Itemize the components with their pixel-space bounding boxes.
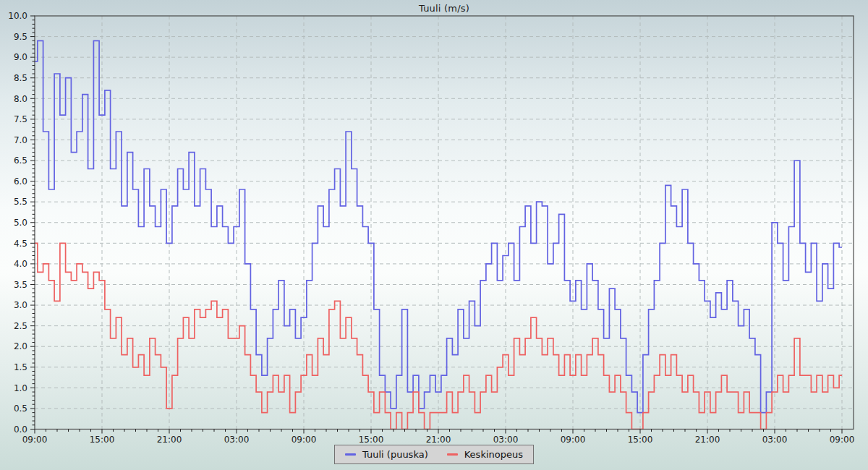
svg-text:3.5: 3.5 xyxy=(14,280,27,290)
svg-text:5.0: 5.0 xyxy=(14,218,27,228)
legend-item-gust: Tuuli (puuska) xyxy=(345,449,428,460)
legend-swatch-average-icon xyxy=(447,453,458,456)
wind-chart-canvas: 0.00.51.01.52.02.53.03.54.04.55.05.56.06… xyxy=(0,0,868,470)
svg-text:5.5: 5.5 xyxy=(14,197,27,207)
svg-text:03:00: 03:00 xyxy=(493,435,519,445)
wind-chart-page: Tuuli (m/s) 0.00.51.01.52.02.53.03.54.04… xyxy=(0,0,868,470)
svg-text:7.5: 7.5 xyxy=(14,114,27,124)
svg-text:4.5: 4.5 xyxy=(14,239,27,249)
svg-text:09:00: 09:00 xyxy=(830,435,855,445)
svg-text:4.0: 4.0 xyxy=(14,259,27,269)
chart-legend: Tuuli (puuska) Keskinopeus xyxy=(334,445,534,464)
svg-text:15:00: 15:00 xyxy=(359,435,384,445)
svg-text:0.0: 0.0 xyxy=(14,424,27,435)
svg-text:8.0: 8.0 xyxy=(14,94,27,104)
svg-text:21:00: 21:00 xyxy=(157,435,182,445)
svg-text:1.5: 1.5 xyxy=(14,362,27,372)
svg-text:03:00: 03:00 xyxy=(762,435,788,445)
svg-text:2.5: 2.5 xyxy=(14,321,27,331)
svg-text:9.5: 9.5 xyxy=(14,32,27,42)
legend-item-average: Keskinopeus xyxy=(447,449,523,460)
svg-text:21:00: 21:00 xyxy=(426,435,451,445)
svg-text:15:00: 15:00 xyxy=(628,435,653,445)
svg-text:7.0: 7.0 xyxy=(14,135,27,145)
svg-text:2.0: 2.0 xyxy=(14,341,27,351)
legend-label-average: Keskinopeus xyxy=(464,449,523,460)
svg-text:1.0: 1.0 xyxy=(14,383,27,393)
legend-swatch-gust-icon xyxy=(345,453,356,456)
svg-text:6.0: 6.0 xyxy=(14,176,27,187)
svg-text:09:00: 09:00 xyxy=(561,435,586,445)
legend-label-gust: Tuuli (puuska) xyxy=(362,449,428,460)
svg-text:09:00: 09:00 xyxy=(292,435,317,445)
svg-text:9.0: 9.0 xyxy=(14,52,27,62)
svg-text:8.5: 8.5 xyxy=(14,73,27,83)
svg-text:09:00: 09:00 xyxy=(22,435,48,445)
svg-text:3.0: 3.0 xyxy=(14,300,27,310)
svg-text:10.0: 10.0 xyxy=(8,11,27,21)
svg-text:0.5: 0.5 xyxy=(14,403,27,414)
svg-text:03:00: 03:00 xyxy=(224,435,250,445)
svg-text:6.5: 6.5 xyxy=(14,155,27,166)
svg-text:21:00: 21:00 xyxy=(695,435,720,445)
svg-text:15:00: 15:00 xyxy=(90,435,115,445)
